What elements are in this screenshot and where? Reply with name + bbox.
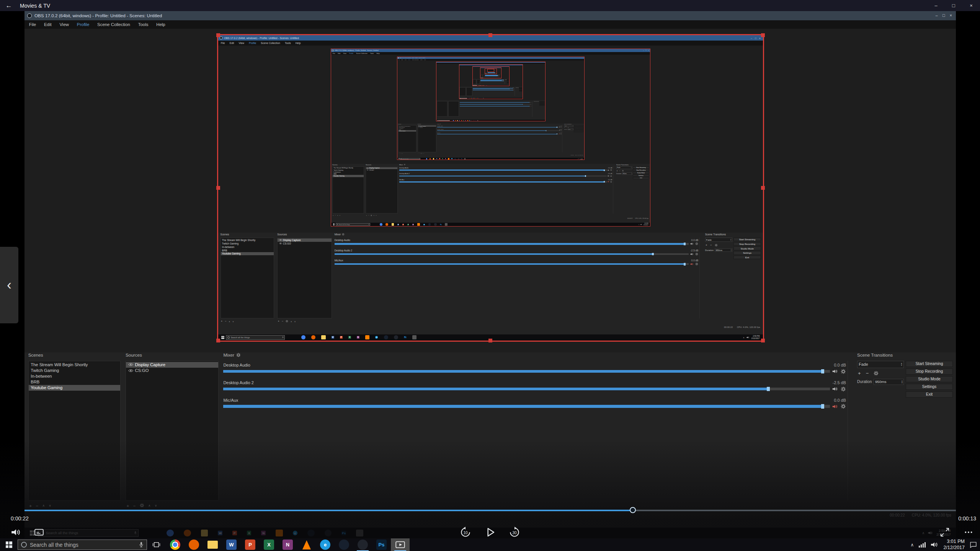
taskbar-icon-movies-tv[interactable] xyxy=(391,538,410,551)
video-transitions-label: Scene Transitions xyxy=(857,352,893,357)
video-sources-panel: Display CaptureCS:GO xyxy=(126,361,219,500)
close-button[interactable]: × xyxy=(962,0,980,11)
video-taskbar-icon-file-explorer xyxy=(471,98,472,98)
video-taskbar-icon-powerpoint: P xyxy=(439,158,440,159)
video-control-buttons: Start StreamingStop RecordingStudio Mode… xyxy=(906,361,953,398)
gear-icon xyxy=(841,404,846,409)
video-mixer-track: Desktop Audio0.0 dB xyxy=(335,239,699,247)
video-obs-display-capture xyxy=(487,69,494,72)
taskbar-icon-photoshop[interactable]: Ps xyxy=(372,538,391,551)
maximize-button[interactable]: □ xyxy=(945,0,962,11)
video-taskbar-icon-excel xyxy=(475,98,475,98)
video-taskbar-icon-steam xyxy=(484,85,485,86)
video-sources-toolbar: +−∧∨ xyxy=(278,320,296,323)
video-obs-screen-level-8 xyxy=(485,69,496,74)
video-control-buttons xyxy=(539,101,545,106)
video-taskbar-icon-movies-tv xyxy=(477,120,478,121)
video-taskbar-icon-vlc xyxy=(365,335,369,339)
gear-icon xyxy=(531,102,532,103)
video-sources-label: Sources xyxy=(277,233,287,236)
volume-button[interactable] xyxy=(10,526,22,538)
video-taskbar-icon-chrome xyxy=(301,335,305,339)
obs-icon xyxy=(358,540,368,550)
taskbar-search[interactable]: Search all the things xyxy=(18,540,147,550)
taskbar-icon-vlc[interactable] xyxy=(297,538,316,551)
video-obs-display-capture: OBS 17.0.2 (64bit, windows) - Profile: U… xyxy=(331,49,650,227)
taskbar-icon-powerpoint[interactable]: P xyxy=(241,538,260,551)
video-start-icon xyxy=(333,223,335,225)
video-search-box xyxy=(485,73,487,74)
video-mixer-panel: Desktop Audio0.0 dBDesktop Audio 2-2.5 d… xyxy=(335,238,700,318)
video-mixer-track xyxy=(488,73,495,73)
mic-icon[interactable] xyxy=(139,541,144,548)
play-button[interactable] xyxy=(484,526,496,538)
more-options-button[interactable] xyxy=(962,526,975,538)
video-taskbar-icon-powerpoint: P xyxy=(232,531,237,535)
seek-bar-handle[interactable] xyxy=(630,507,636,513)
video-taskbar: Search all the thingsWPXNePs∧2:59 PM2/12… xyxy=(397,158,584,160)
capture-handle xyxy=(488,33,492,37)
video-scenes-panel: The Stream Will Begin ShortlyTwitch Gami… xyxy=(398,125,416,152)
video-surface[interactable]: OBS 17.0.2 (64bit, windows) - Profile: U… xyxy=(24,11,956,538)
video-stage: OBS 17.0.2 (64bit, windows) - Profile: U… xyxy=(0,11,980,538)
video-mixer-track: Desktop Audio 2-2.5 dB xyxy=(335,249,699,258)
taskbar-icon-steam[interactable] xyxy=(335,538,353,551)
taskbar-clock[interactable]: 3:01 PM 2/12/2017 xyxy=(943,539,965,551)
vlc-icon xyxy=(302,540,311,549)
rewind-10-button[interactable]: 10 xyxy=(459,526,472,538)
video-source-item: CS:GO xyxy=(278,242,331,245)
video-obs-display-capture: OBS 17.0.2 (64bit, windows) - Profile: U… xyxy=(217,34,764,342)
video-scene-item: Youtube Gaming xyxy=(29,385,120,391)
video-source-item: CS:GO xyxy=(126,368,218,373)
video-mixer-panel: Desktop Audio0.0 dBDesktop Audio 2-2.5 d… xyxy=(437,125,562,152)
closed-captions-button[interactable] xyxy=(33,526,45,538)
seek-bar[interactable] xyxy=(24,510,956,511)
video-button-settings: Settings xyxy=(733,251,761,254)
network-icon[interactable] xyxy=(919,542,926,548)
video-mixer-label: Mixer xyxy=(399,164,405,166)
tray-volume-icon[interactable] xyxy=(931,542,938,548)
minimize-button[interactable]: – xyxy=(927,0,945,11)
back-button[interactable]: ← xyxy=(0,0,18,11)
obs-logo-icon xyxy=(220,36,222,39)
video-taskbar-icons: WPXNePs xyxy=(426,158,466,160)
video-sources-panel xyxy=(483,75,485,77)
taskbar-icon-word[interactable]: W xyxy=(222,538,241,551)
taskbar-icon-obs[interactable] xyxy=(353,538,372,551)
action-center-icon[interactable] xyxy=(970,541,977,548)
video-taskbar-icon-excel xyxy=(463,120,464,121)
video-button-exit xyxy=(507,83,509,83)
video-control-buttons: Start StreamingStop RecordingStudio Mode… xyxy=(733,238,761,259)
video-transitions-panel: Fade▴▾+−Duration950ms▴▾ xyxy=(616,166,632,175)
video-button-studio-mode: Studio Mode xyxy=(633,172,649,174)
video-mixer-track: Mic/Aux0.0 dB xyxy=(399,179,613,184)
tray-chevron-up-icon[interactable]: ∧ xyxy=(911,542,914,548)
video-taskbar-icon-word xyxy=(480,85,481,86)
previous-overlay[interactable]: ‹ xyxy=(0,247,18,323)
taskbar-icon-onenote[interactable]: N xyxy=(278,538,297,551)
fullscreen-button[interactable] xyxy=(939,526,951,538)
video-button-start-streaming: Start Streaming xyxy=(906,361,953,367)
clock-time: 3:01 PM xyxy=(943,539,965,545)
video-system-tray: ∧2:59 PM2/12/2017 xyxy=(577,158,583,160)
video-taskbar-icon-chrome xyxy=(380,223,382,225)
speaker-icon xyxy=(11,528,21,536)
forward-30-button[interactable]: 30 xyxy=(508,526,521,538)
taskbar-icon-excel[interactable]: X xyxy=(260,538,278,551)
task-view-button[interactable] xyxy=(147,538,166,551)
video-search-box: Search all the things xyxy=(400,158,420,160)
taskbar-icon-edge[interactable]: e xyxy=(316,538,335,551)
video-taskbar-icons: WPXNePs xyxy=(301,335,417,339)
video-taskbar-icon-word: W xyxy=(332,336,334,339)
taskbar-icon-chrome[interactable] xyxy=(166,538,185,551)
video-taskbar-icon-steam xyxy=(428,223,431,225)
video-obs-display-capture xyxy=(436,62,546,121)
taskbar-icon-firefox[interactable] xyxy=(185,538,203,551)
video-taskbar-icon-steam xyxy=(471,120,472,121)
taskbar-icon-file-explorer[interactable] xyxy=(203,538,222,551)
start-button[interactable] xyxy=(0,538,18,551)
video-taskbar xyxy=(480,78,501,78)
video-taskbar-icon-word xyxy=(459,120,460,121)
video-button-settings: Settings xyxy=(574,130,583,131)
video-start-icon xyxy=(221,336,224,339)
